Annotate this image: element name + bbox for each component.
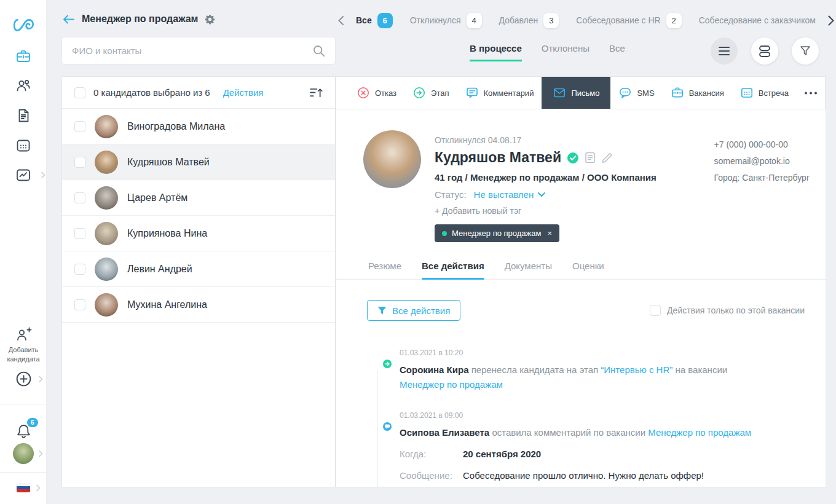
candidate-checkbox[interactable] [74, 228, 85, 239]
candidate-checkbox[interactable] [74, 157, 85, 168]
candidate-avatar [95, 186, 118, 210]
stage-tab-all[interactable]: Все 6 [351, 13, 398, 28]
mail-button[interactable]: Письмо [542, 77, 610, 109]
candidate-row[interactable]: Куприянова Нина [62, 216, 335, 251]
candidate-checkbox[interactable] [74, 299, 85, 310]
candidate-row[interactable]: Виноградова Милана [62, 109, 335, 144]
more-actions-button[interactable] [797, 77, 825, 109]
reject-icon [357, 86, 370, 100]
stage-tab-responded[interactable]: Откликнулся 4 [405, 13, 487, 28]
search-icon[interactable] [312, 44, 325, 57]
flag-icon [17, 483, 30, 492]
close-panel-button[interactable] [825, 77, 826, 109]
tab-in-progress[interactable]: В процессе [470, 43, 522, 61]
candidate-checkbox[interactable] [74, 264, 85, 275]
candidate-row[interactable]: Мухина Ангелина [62, 287, 335, 323]
list-view-button[interactable] [711, 37, 738, 65]
feed-avatar [367, 408, 389, 430]
briefcase-icon [671, 86, 684, 100]
status-dropdown[interactable]: Не выставлен [474, 189, 546, 200]
candidate-checkbox[interactable] [74, 121, 85, 132]
vacancy-link[interactable]: Менеджер по продажам [648, 427, 751, 438]
stage-scroll-left[interactable] [338, 16, 344, 25]
tab-scores[interactable]: Оценки [572, 261, 604, 279]
stage-scroll-right[interactable] [828, 15, 834, 26]
candidate-avatar [95, 115, 118, 138]
stage-change-badge-icon [382, 358, 393, 369]
applied-date: Откликнулся 04.08.17 [435, 135, 680, 145]
tab-all[interactable]: Все [609, 43, 625, 61]
tab-resume[interactable]: Резюме [368, 261, 401, 279]
chevron-left-icon [338, 16, 344, 25]
stage-tab-hr-interview[interactable]: Собеседование с HR 2 [571, 13, 686, 28]
candidate-row-selected[interactable]: Кудряшов Матвей [62, 144, 335, 180]
candidate-search [61, 37, 336, 65]
reject-button[interactable]: Отказ [349, 77, 404, 109]
list-header: 0 кандидатов выбрано из 6 Действия [62, 77, 335, 109]
tag-pill[interactable]: Менеджер по продажам × [435, 224, 559, 242]
vacancy-link[interactable]: Менеджер по продажам [400, 379, 503, 390]
add-tag-button[interactable]: + Добавить новый тэг [435, 206, 680, 216]
candidate-checkbox[interactable] [74, 192, 85, 203]
sidebar-item-documents[interactable] [0, 108, 47, 124]
tag-remove-icon[interactable]: × [547, 229, 552, 238]
app-root: Добавить кандидата 6 [0, 0, 836, 504]
contact-info: +7 (000) 000-00-00 somemail@potok.io Гор… [714, 130, 810, 242]
feed-avatar [367, 345, 389, 368]
sidebar-item-calendar[interactable] [0, 138, 47, 154]
create-button[interactable] [0, 370, 47, 388]
chevron-right-icon [828, 15, 834, 26]
tab-rejected[interactable]: Отклонены [542, 43, 590, 61]
filter-button[interactable] [792, 37, 819, 65]
view-controls [711, 37, 819, 65]
tab-documents[interactable]: Документы [505, 261, 552, 279]
add-candidate-button[interactable] [0, 327, 47, 343]
only-this-vacancy-toggle[interactable]: Действия только по этой вакансии [650, 305, 805, 316]
more-icon [804, 92, 818, 95]
candidate-avatar [95, 258, 118, 281]
chevron-right-icon [39, 451, 43, 457]
sidebar-item-vacancies[interactable] [0, 49, 47, 65]
search-input[interactable] [72, 45, 312, 56]
chevron-right-icon [39, 376, 43, 382]
status-label: Статус: [435, 189, 467, 200]
comment-button[interactable]: Комментарий [457, 77, 542, 109]
sms-button[interactable]: SMS [610, 77, 662, 109]
sidebar-item-candidates[interactable] [0, 77, 47, 93]
funnel-icon [377, 306, 387, 315]
stage-count-badge: 4 [467, 13, 482, 28]
card-view-button[interactable] [751, 37, 778, 65]
stage-button[interactable]: Этап [404, 77, 457, 109]
back-button[interactable] [63, 14, 75, 25]
sort-icon [309, 87, 323, 98]
sidebar-item-analytics[interactable] [0, 167, 47, 183]
candidate-avatar [95, 151, 118, 174]
vacancy-title: Менеджер по продажам [82, 14, 198, 25]
verified-icon [567, 152, 579, 164]
tab-all-actions[interactable]: Все действия [422, 261, 484, 279]
candidate-row[interactable]: Царев Артём [62, 180, 335, 216]
stage-tab-added[interactable]: Добавлен 3 [494, 13, 564, 28]
stage-count-badge: 3 [543, 13, 559, 28]
notifications-button[interactable]: 6 [0, 423, 47, 439]
stage-link[interactable]: “Интервью с HR” [601, 364, 672, 375]
actions-filter-button[interactable]: Все действия [367, 300, 460, 321]
meeting-button[interactable]: Встреча [732, 77, 797, 109]
candidate-email: somemail@potok.io [714, 153, 810, 170]
sort-button[interactable] [309, 87, 323, 98]
candidate-row[interactable]: Левин Андрей [62, 251, 335, 287]
language-switcher[interactable] [0, 483, 47, 492]
meeting-calendar-icon [740, 86, 754, 100]
user-menu[interactable] [0, 443, 47, 464]
candidate-summary: 41 год / Менеджер по продажам / ООО Комп… [435, 172, 680, 183]
actions-menu-button[interactable]: Действия [223, 87, 264, 98]
vacancy-button[interactable]: Вакансия [663, 77, 732, 109]
only-this-vacancy-checkbox[interactable] [650, 305, 661, 316]
select-all-checkbox[interactable] [74, 87, 85, 98]
pencil-icon[interactable] [601, 152, 613, 163]
vacancy-settings-button[interactable] [205, 14, 215, 25]
stage-tab-client-interview[interactable]: Собеседование с заказчиком [694, 15, 821, 25]
candidate-detail-panel: Отказ Этап Комментарий [336, 76, 826, 487]
candidate-list-panel: 0 кандидатов выбрано из 6 Действия Виног… [61, 76, 336, 487]
resume-doc-icon[interactable] [585, 152, 596, 163]
